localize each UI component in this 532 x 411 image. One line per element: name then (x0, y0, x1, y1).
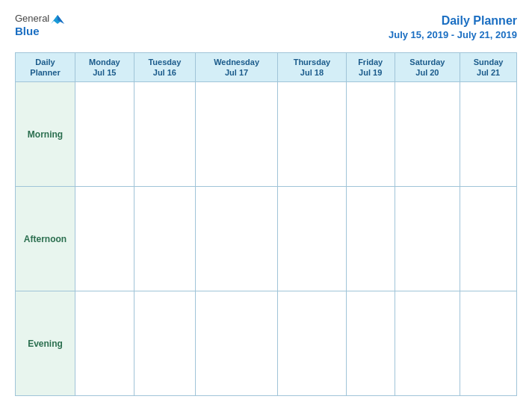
cell-saturday-afternoon[interactable] (395, 187, 460, 291)
cell-thursday-afternoon[interactable] (278, 187, 347, 291)
cell-thursday-evening[interactable] (278, 291, 347, 396)
label-evening: Evening (16, 291, 75, 396)
header-daily-line2: Planner (30, 68, 60, 77)
label-morning: Morning (16, 82, 75, 187)
cell-tuesday-evening[interactable] (134, 291, 195, 396)
cell-sunday-afternoon[interactable] (460, 187, 517, 291)
header: General Blue Daily Planner July 15, 2019… (15, 13, 517, 42)
header-col-daily: Daily Planner (16, 52, 75, 82)
title-area: Daily Planner July 15, 2019 - July 21, 2… (389, 13, 517, 42)
header-friday: Friday Jul 19 (346, 52, 395, 82)
row-morning: Morning (16, 82, 517, 187)
header-tuesday: Tuesday Jul 16 (134, 52, 195, 82)
header-wednesday: Wednesday Jul 17 (196, 52, 278, 82)
cell-tuesday-morning[interactable] (134, 82, 195, 187)
cell-monday-afternoon[interactable] (75, 187, 134, 291)
row-afternoon: Afternoon (16, 187, 517, 291)
cell-wednesday-evening[interactable] (196, 291, 278, 396)
logo-area: General Blue (15, 13, 64, 38)
cell-saturday-morning[interactable] (395, 82, 460, 187)
logo-blue-text: Blue (15, 25, 40, 38)
header-daily-line1: Daily (35, 58, 55, 67)
cell-sunday-morning[interactable] (460, 82, 517, 187)
cell-tuesday-afternoon[interactable] (134, 187, 195, 291)
bird-icon (51, 13, 64, 25)
cell-saturday-evening[interactable] (395, 291, 460, 396)
label-afternoon: Afternoon (16, 187, 75, 291)
cell-friday-evening[interactable] (346, 291, 395, 396)
planner-date-range: July 15, 2019 - July 21, 2019 (389, 29, 517, 42)
cell-wednesday-afternoon[interactable] (196, 187, 278, 291)
planner-title: Daily Planner (389, 13, 517, 29)
header-saturday: Saturday Jul 20 (395, 52, 460, 82)
logo-general-text: General (15, 13, 64, 25)
page: General Blue Daily Planner July 15, 2019… (0, 0, 532, 411)
header-monday: Monday Jul 15 (75, 52, 134, 82)
cell-friday-morning[interactable] (346, 82, 395, 187)
header-row: Daily Planner Monday Jul 15 Tuesday Jul … (16, 52, 517, 82)
header-thursday: Thursday Jul 18 (278, 52, 347, 82)
header-sunday: Sunday Jul 21 (460, 52, 517, 82)
row-evening: Evening (16, 291, 517, 396)
cell-thursday-morning[interactable] (278, 82, 347, 187)
cell-monday-morning[interactable] (75, 82, 134, 187)
planner-table: Daily Planner Monday Jul 15 Tuesday Jul … (15, 52, 517, 396)
cell-wednesday-morning[interactable] (196, 82, 278, 187)
cell-sunday-evening[interactable] (460, 291, 517, 396)
cell-monday-evening[interactable] (75, 291, 134, 396)
cell-friday-afternoon[interactable] (346, 187, 395, 291)
